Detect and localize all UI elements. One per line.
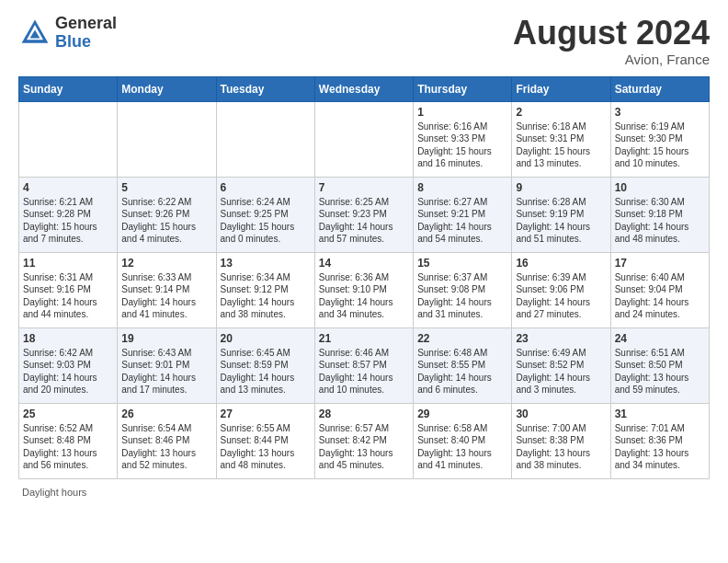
cell-date: 27 — [221, 408, 311, 420]
table-row: 15Sunrise: 6:37 AMSunset: 9:08 PMDayligh… — [414, 252, 512, 327]
cell-info: Sunrise: 6:31 AMSunset: 9:16 PMDaylight:… — [23, 271, 113, 321]
cell-date: 28 — [319, 408, 409, 420]
table-row: 26Sunrise: 6:54 AMSunset: 8:46 PMDayligh… — [118, 403, 216, 478]
table-row: 25Sunrise: 6:52 AMSunset: 8:48 PMDayligh… — [19, 403, 118, 478]
cell-date: 7 — [319, 181, 409, 194]
cell-info: Sunrise: 6:19 AMSunset: 9:30 PMDaylight:… — [615, 121, 705, 170]
cell-date: 10 — [615, 181, 705, 194]
cell-info: Sunrise: 6:42 AMSunset: 9:03 PMDaylight:… — [23, 347, 113, 396]
table-row — [314, 101, 413, 177]
calendar: Sunday Monday Tuesday Wednesday Thursday… — [18, 76, 710, 479]
table-row: 17Sunrise: 6:40 AMSunset: 9:04 PMDayligh… — [610, 252, 709, 327]
cell-info: Sunrise: 6:30 AMSunset: 9:18 PMDaylight:… — [615, 196, 705, 246]
calendar-week-3: 11Sunrise: 6:31 AMSunset: 9:16 PMDayligh… — [19, 252, 710, 327]
cell-info: Sunrise: 6:28 AMSunset: 9:19 PMDaylight:… — [516, 196, 606, 246]
month-year: August 2024 — [513, 15, 710, 52]
table-row: 13Sunrise: 6:34 AMSunset: 9:12 PMDayligh… — [216, 252, 314, 327]
cell-info: Sunrise: 6:46 AMSunset: 8:57 PMDaylight:… — [319, 347, 409, 396]
cell-info: Sunrise: 6:52 AMSunset: 8:48 PMDaylight:… — [23, 422, 113, 472]
col-sunday: Sunday — [19, 76, 118, 101]
table-row: 8Sunrise: 6:27 AMSunset: 9:21 PMDaylight… — [414, 177, 512, 252]
cell-date: 24 — [615, 332, 705, 345]
cell-date: 19 — [121, 332, 211, 345]
title-block: August 2024 Avion, France — [513, 15, 710, 67]
table-row: 19Sunrise: 6:43 AMSunset: 9:01 PMDayligh… — [118, 327, 216, 403]
table-row: 21Sunrise: 6:46 AMSunset: 8:57 PMDayligh… — [314, 327, 413, 403]
daylight-label: Daylight hours — [22, 487, 86, 498]
cell-date: 25 — [23, 408, 113, 420]
cell-info: Sunrise: 6:39 AMSunset: 9:06 PMDaylight:… — [516, 271, 606, 321]
table-row: 23Sunrise: 6:49 AMSunset: 8:52 PMDayligh… — [512, 327, 610, 403]
table-row: 27Sunrise: 6:55 AMSunset: 8:44 PMDayligh… — [216, 403, 314, 478]
cell-info: Sunrise: 6:45 AMSunset: 8:59 PMDaylight:… — [221, 347, 311, 396]
cell-date: 17 — [615, 257, 705, 270]
cell-info: Sunrise: 6:22 AMSunset: 9:26 PMDaylight:… — [121, 196, 211, 246]
cell-info: Sunrise: 6:24 AMSunset: 9:25 PMDaylight:… — [221, 196, 311, 246]
cell-date: 15 — [417, 257, 507, 270]
cell-date: 21 — [319, 332, 409, 345]
footer: Daylight hours — [18, 487, 710, 498]
cell-info: Sunrise: 6:51 AMSunset: 8:50 PMDaylight:… — [615, 347, 705, 396]
logo-blue-text: Blue — [55, 33, 117, 52]
cell-info: Sunrise: 6:18 AMSunset: 9:31 PMDaylight:… — [516, 121, 606, 170]
col-tuesday: Tuesday — [216, 76, 314, 101]
cell-info: Sunrise: 6:16 AMSunset: 9:33 PMDaylight:… — [417, 121, 507, 170]
table-row: 18Sunrise: 6:42 AMSunset: 9:03 PMDayligh… — [19, 327, 118, 403]
table-row: 11Sunrise: 6:31 AMSunset: 9:16 PMDayligh… — [19, 252, 118, 327]
table-row: 2Sunrise: 6:18 AMSunset: 9:31 PMDaylight… — [512, 101, 610, 177]
table-row: 22Sunrise: 6:48 AMSunset: 8:55 PMDayligh… — [414, 327, 512, 403]
cell-info: Sunrise: 6:49 AMSunset: 8:52 PMDaylight:… — [516, 347, 606, 396]
table-row — [118, 101, 216, 177]
table-row — [216, 101, 314, 177]
cell-date: 4 — [23, 181, 113, 194]
location: Avion, France — [513, 52, 710, 67]
cell-date: 5 — [121, 181, 211, 194]
logo-general-text: General — [55, 15, 117, 33]
cell-date: 6 — [221, 181, 311, 194]
cell-info: Sunrise: 6:43 AMSunset: 9:01 PMDaylight:… — [121, 347, 211, 396]
cell-info: Sunrise: 6:37 AMSunset: 9:08 PMDaylight:… — [417, 271, 507, 321]
cell-date: 23 — [516, 332, 606, 345]
col-friday: Friday — [512, 76, 610, 101]
col-monday: Monday — [118, 76, 216, 101]
calendar-week-1: 1Sunrise: 6:16 AMSunset: 9:33 PMDaylight… — [19, 101, 710, 177]
cell-info: Sunrise: 6:34 AMSunset: 9:12 PMDaylight:… — [221, 271, 311, 321]
table-row: 5Sunrise: 6:22 AMSunset: 9:26 PMDaylight… — [118, 177, 216, 252]
calendar-week-4: 18Sunrise: 6:42 AMSunset: 9:03 PMDayligh… — [19, 327, 710, 403]
cell-info: Sunrise: 6:55 AMSunset: 8:44 PMDaylight:… — [221, 422, 311, 472]
cell-date: 31 — [615, 408, 705, 420]
cell-info: Sunrise: 6:25 AMSunset: 9:23 PMDaylight:… — [319, 196, 409, 246]
cell-date: 11 — [23, 257, 113, 270]
cell-date: 1 — [417, 106, 507, 119]
table-row: 6Sunrise: 6:24 AMSunset: 9:25 PMDaylight… — [216, 177, 314, 252]
cell-date: 13 — [221, 257, 311, 270]
cell-date: 20 — [221, 332, 311, 345]
cell-date: 26 — [121, 408, 211, 420]
table-row: 3Sunrise: 6:19 AMSunset: 9:30 PMDaylight… — [610, 101, 709, 177]
cell-info: Sunrise: 7:01 AMSunset: 8:36 PMDaylight:… — [615, 422, 705, 472]
logo-text: General Blue — [55, 15, 117, 52]
cell-date: 22 — [417, 332, 507, 345]
table-row: 29Sunrise: 6:58 AMSunset: 8:40 PMDayligh… — [414, 403, 512, 478]
col-saturday: Saturday — [610, 76, 709, 101]
col-thursday: Thursday — [414, 76, 512, 101]
cell-date: 8 — [417, 181, 507, 194]
cell-info: Sunrise: 6:54 AMSunset: 8:46 PMDaylight:… — [121, 422, 211, 472]
cell-date: 9 — [516, 181, 606, 194]
cell-info: Sunrise: 6:57 AMSunset: 8:42 PMDaylight:… — [319, 422, 409, 472]
cell-info: Sunrise: 6:58 AMSunset: 8:40 PMDaylight:… — [417, 422, 507, 472]
logo: General Blue — [18, 15, 117, 52]
cell-info: Sunrise: 6:48 AMSunset: 8:55 PMDaylight:… — [417, 347, 507, 396]
cell-info: Sunrise: 6:36 AMSunset: 9:10 PMDaylight:… — [319, 271, 409, 321]
col-wednesday: Wednesday — [314, 76, 413, 101]
table-row: 1Sunrise: 6:16 AMSunset: 9:33 PMDaylight… — [414, 101, 512, 177]
header: General Blue August 2024 Avion, France — [18, 15, 710, 67]
table-row: 7Sunrise: 6:25 AMSunset: 9:23 PMDaylight… — [314, 177, 413, 252]
cell-date: 12 — [121, 257, 211, 270]
cell-date: 14 — [319, 257, 409, 270]
cell-info: Sunrise: 7:00 AMSunset: 8:38 PMDaylight:… — [516, 422, 606, 472]
table-row: 16Sunrise: 6:39 AMSunset: 9:06 PMDayligh… — [512, 252, 610, 327]
cell-date: 16 — [516, 257, 606, 270]
table-row: 9Sunrise: 6:28 AMSunset: 9:19 PMDaylight… — [512, 177, 610, 252]
cell-info: Sunrise: 6:27 AMSunset: 9:21 PMDaylight:… — [417, 196, 507, 246]
